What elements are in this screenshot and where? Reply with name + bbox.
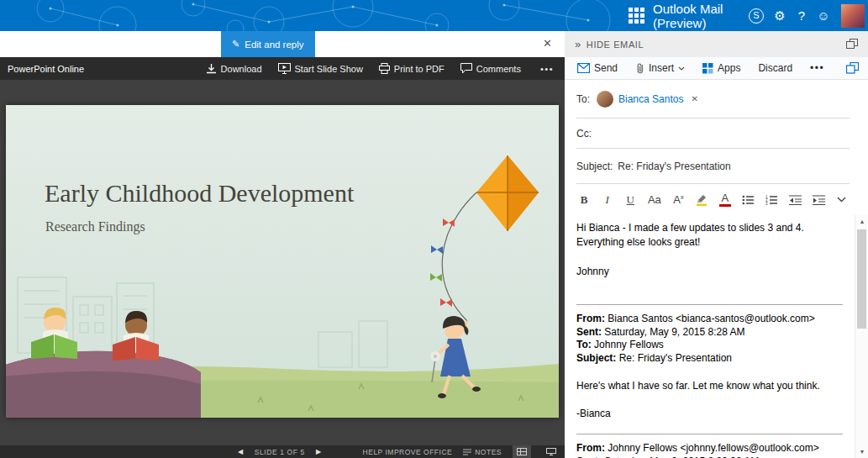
bullet-list-icon [742, 195, 754, 205]
notes-button[interactable]: NOTES [463, 448, 502, 456]
preview-tab-strip: ✎ Edit and reply ✕ [0, 31, 565, 57]
top-header: Outlook Mail (Preview) S ⚙ ? ☺ [0, 0, 868, 31]
apps-button[interactable]: Apps [702, 62, 740, 74]
superscript-button[interactable]: Ax [672, 193, 684, 206]
send-button[interactable]: Send [577, 62, 618, 74]
paperclip-icon [635, 62, 644, 74]
compose-toolbar: Send Insert Apps Discard ••• [565, 57, 868, 80]
comments-button[interactable]: Comments [460, 63, 521, 74]
app-launcher-icon[interactable] [629, 6, 644, 26]
bullets-button[interactable] [742, 195, 754, 205]
comment-bubble-icon [460, 63, 472, 74]
insert-button[interactable]: Insert [635, 62, 685, 74]
hide-email-bar: » HIDE EMAIL [565, 31, 868, 57]
apps-icon [702, 63, 713, 74]
message-signature: Johnny [576, 265, 843, 279]
quote-divider [576, 434, 843, 434]
feedback-smiley-icon[interactable]: ☺ [813, 0, 834, 31]
discard-button[interactable]: Discard [758, 62, 792, 74]
body-scrollbar[interactable]: ▲ ▼ [855, 215, 868, 458]
slide-title: Early Childhood Development [45, 179, 354, 208]
svg-text:3: 3 [765, 202, 768, 205]
hide-email-label: HIDE EMAIL [587, 39, 644, 50]
printer-icon [379, 63, 390, 74]
subject-field[interactable]: Subject: Re: Friday's Presentation [576, 149, 850, 184]
grid-view-button[interactable] [513, 445, 531, 458]
header-pattern [0, 0, 621, 31]
subject-value[interactable]: Re: Friday's Presentation [618, 161, 730, 172]
grid-view-icon [517, 448, 527, 455]
slide-illustration [6, 105, 559, 418]
scrollbar-thumb[interactable] [857, 229, 866, 329]
to-field[interactable]: To: Bianca Santos ✕ [576, 80, 850, 118]
remove-recipient-icon[interactable]: ✕ [688, 92, 700, 105]
chevron-down-icon [678, 66, 685, 71]
hide-email-button[interactable]: » HIDE EMAIL [575, 38, 644, 50]
slide-counter: SLIDE 1 OF 5 [255, 448, 305, 456]
quoted-signature: -Bianca [576, 407, 843, 421]
cc-field[interactable]: Cc: [576, 118, 850, 149]
preview-more-icon[interactable]: ••• [537, 64, 557, 74]
decrease-indent-button[interactable] [789, 195, 802, 205]
help-improve-office-link[interactable]: HELP IMPROVE OFFICE [363, 448, 453, 456]
attachment-preview-pane: ✎ Edit and reply ✕ PowerPoint Online Dow… [0, 31, 565, 458]
slideshow-icon [278, 63, 291, 74]
italic-button[interactable]: I [602, 193, 613, 207]
font-button[interactable]: Aa [648, 193, 661, 206]
scroll-down-icon[interactable]: ▼ [855, 445, 868, 458]
print-to-pdf-button[interactable]: Print to PDF [379, 63, 445, 74]
font-color-button[interactable]: A [719, 192, 731, 207]
underline-button[interactable]: U [624, 193, 636, 207]
numbering-button[interactable]: 123 [765, 195, 777, 205]
more-formatting-button[interactable] [837, 197, 846, 203]
message-body-area: Hi Bianca - I made a few updates to slid… [565, 215, 868, 458]
pencil-icon: ✎ [232, 39, 239, 50]
start-slideshow-button[interactable]: Start Slide Show [278, 63, 363, 74]
settings-gear-icon[interactable]: ⚙ [769, 0, 791, 31]
mound [6, 351, 201, 418]
send-envelope-icon [577, 63, 590, 73]
expand-compose-icon[interactable] [846, 62, 859, 76]
subject-label: Subject: [576, 161, 613, 172]
quoted-headers: From: Johnny Fellows <johnny.fellows@out… [576, 442, 843, 458]
help-icon[interactable]: ? [791, 0, 813, 31]
outlook-app: Outlook Mail (Preview) S ⚙ ? ☺ ✎ Edit an… [0, 0, 868, 458]
recipient-chip[interactable]: Bianca Santos ✕ [597, 91, 701, 108]
notes-icon [463, 449, 471, 455]
edit-and-reply-button[interactable]: ✎ Edit and reply [221, 31, 315, 57]
compose-area: To: Bianca Santos ✕ Cc: Subject: Re: Fri… [565, 80, 868, 458]
skype-icon[interactable]: S [749, 8, 764, 24]
close-preview-icon[interactable]: ✕ [539, 35, 556, 51]
edit-and-reply-label: Edit and reply [245, 39, 303, 50]
next-slide-icon[interactable]: ▶ [316, 448, 322, 455]
slide-viewport: Early Childhood Development Research Fin… [0, 80, 565, 445]
bold-button[interactable]: B [578, 193, 590, 207]
chevron-down-icon [837, 197, 846, 203]
highlighter-icon [696, 193, 708, 206]
powerpoint-toolbar: PowerPoint Online Download Start Slide S… [0, 57, 565, 80]
message-paragraph: Hi Bianca - I made a few updates to slid… [576, 221, 843, 250]
quoted-headers: From: Bianca Santos <bianca-santos@outlo… [576, 313, 843, 365]
scroll-up-icon[interactable]: ▲ [855, 215, 868, 228]
compose-more-icon[interactable]: ••• [810, 62, 824, 74]
download-button[interactable]: Download [206, 63, 262, 74]
profile-photo[interactable] [841, 4, 865, 28]
increase-indent-icon [813, 195, 825, 205]
recipient-name[interactable]: Bianca Santos [618, 93, 683, 105]
header-actions: S ⚙ ? ☺ [744, 0, 868, 31]
open-in-new-window-icon[interactable] [846, 38, 858, 53]
message-editor[interactable]: Hi Bianca - I made a few updates to slid… [565, 215, 868, 458]
highlight-button[interactable] [696, 193, 708, 206]
decrease-indent-icon [789, 195, 802, 205]
quote-divider [576, 304, 843, 305]
to-label: To: [576, 93, 590, 105]
download-icon [206, 63, 217, 74]
email-pane: » HIDE EMAIL Send Insert [565, 31, 868, 458]
slideshow-view-icon [546, 448, 556, 455]
formatting-toolbar: B I U Aa Ax A 123 [565, 184, 863, 215]
increase-indent-button[interactable] [813, 195, 825, 205]
numbered-list-icon: 123 [765, 195, 777, 205]
slide-canvas: Early Childhood Development Research Fin… [6, 105, 559, 418]
previous-slide-icon[interactable]: ◀ [238, 448, 244, 455]
slideshow-view-button[interactable] [542, 445, 560, 458]
